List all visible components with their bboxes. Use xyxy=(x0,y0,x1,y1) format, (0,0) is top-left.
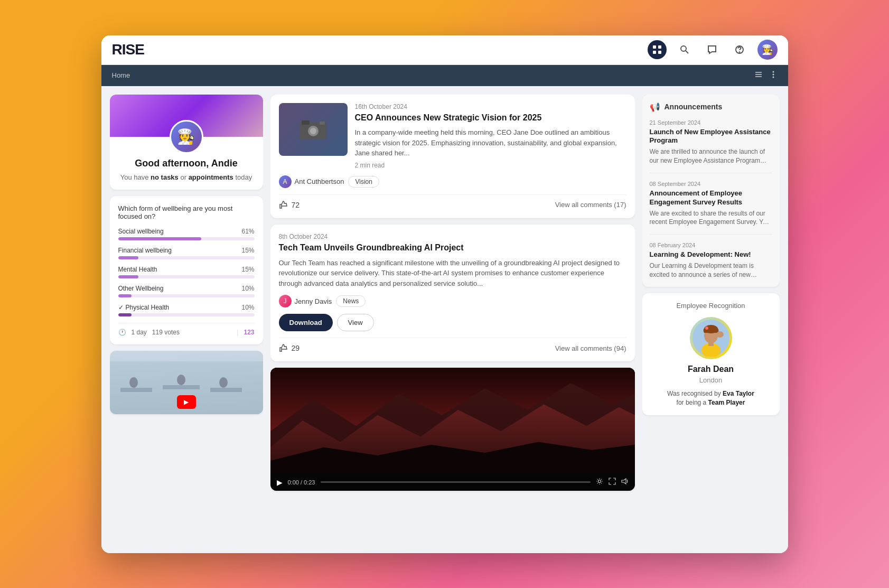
fullscreen-icon[interactable] xyxy=(609,478,616,487)
video-card: ▶ 0:00 / 0:23 xyxy=(270,368,635,491)
camera-illustration xyxy=(297,116,329,143)
user-avatar-header[interactable]: 🧑‍🍳 xyxy=(757,40,778,60)
tag-vision[interactable]: Vision xyxy=(348,176,379,188)
poll-footer: 🕐 1 day 119 votes | 123 xyxy=(118,323,255,336)
svg-rect-26 xyxy=(320,122,325,125)
poll-bar-bg-financial xyxy=(118,256,255,259)
svg-rect-0 xyxy=(653,45,656,49)
list-icon[interactable] xyxy=(754,70,763,81)
announcements-title: Announcements xyxy=(665,102,723,111)
poll-option-mental[interactable]: Mental Health 15% xyxy=(118,266,255,278)
header: RISE xyxy=(101,35,788,65)
poll-bar-bg-social xyxy=(118,237,255,240)
svg-rect-16 xyxy=(120,388,152,392)
post-card-2: 8th October 2024 Tech Team Unveils Groun… xyxy=(270,225,635,361)
search-icon-button[interactable] xyxy=(675,40,694,59)
ann-date-3: 08 February 2024 xyxy=(650,242,772,248)
post-excerpt-1: In a company-wide meeting held this morn… xyxy=(355,127,626,158)
author-name-2: Jenny Davis xyxy=(295,297,332,305)
option-name-social: Social wellbeing xyxy=(118,228,164,235)
announcement-item-1[interactable]: 21 September 2024 Launch of New Employee… xyxy=(650,119,772,173)
thumbs-up-icon-2 xyxy=(279,343,288,353)
option-name-other: Other Wellbeing xyxy=(118,285,164,292)
status-text: You have xyxy=(120,173,151,181)
volume-icon[interactable] xyxy=(621,478,629,487)
like-button-1[interactable]: 72 xyxy=(279,200,300,210)
play-button[interactable]: ▶ xyxy=(277,478,283,487)
help-icon-button[interactable] xyxy=(730,40,749,59)
svg-line-5 xyxy=(686,51,688,53)
settings-icon[interactable] xyxy=(596,478,603,487)
download-button[interactable]: Download xyxy=(279,314,333,331)
profile-banner: 🧑‍🍳 xyxy=(110,95,263,137)
or-text: or xyxy=(179,173,189,181)
office-image-card: ▶ xyxy=(110,351,263,414)
svg-point-38 xyxy=(716,331,724,338)
svg-point-4 xyxy=(681,46,686,51)
svg-rect-18 xyxy=(210,388,242,392)
ann-title-1: Launch of New Employee Assistance Progra… xyxy=(650,128,772,146)
post-title-2: Tech Team Unveils Groundbreaking AI Proj… xyxy=(279,242,626,254)
center-feed: 16th October 2024 CEO Announces New Stra… xyxy=(270,95,635,545)
post-actions-1: 72 View all comments (17) xyxy=(279,194,626,210)
megaphone-icon: 📢 xyxy=(650,102,660,112)
svg-point-13 xyxy=(772,76,774,78)
post-card-1: 16th October 2024 CEO Announces New Stra… xyxy=(270,95,635,218)
like-button-2[interactable]: 29 xyxy=(279,343,300,353)
poll-option-physical[interactable]: ✓ Physical Health 10% xyxy=(118,304,255,316)
appointments-text: appointments xyxy=(189,173,233,181)
logo: RISE xyxy=(112,41,144,58)
poll-option-financial[interactable]: Financial wellbeing 15% xyxy=(118,247,255,259)
post-read-time-1: 2 min read xyxy=(355,162,626,169)
clock-icon: 🕐 xyxy=(118,329,126,336)
recognition-location: London xyxy=(651,376,771,384)
like-count-2: 29 xyxy=(292,344,300,352)
more-options-icon[interactable] xyxy=(769,70,778,81)
farah-avatar-illustration xyxy=(693,320,729,357)
grid-icon-button[interactable] xyxy=(648,40,667,59)
recognition-avatar xyxy=(690,317,732,359)
poll-bar-fill-financial xyxy=(118,256,139,259)
comments-link-2[interactable]: View all comments (94) xyxy=(555,344,626,352)
announcements-header: 📢 Announcements xyxy=(650,102,772,112)
announcements-card: 📢 Announcements 21 September 2024 Launch… xyxy=(642,95,780,287)
post-actions-2: 29 View all comments (94) xyxy=(279,338,626,353)
poll-bar-fill-other xyxy=(118,294,132,297)
profile-name: Good afternoon, Andie xyxy=(118,158,255,169)
ann-excerpt-2: We are excited to share the results of o… xyxy=(650,209,772,227)
right-sidebar: 📢 Announcements 21 September 2024 Launch… xyxy=(642,95,780,545)
svg-point-20 xyxy=(177,375,185,385)
recognized-by-label: Was recognised by xyxy=(667,390,721,397)
recognized-by-name: Eva Taylor xyxy=(723,390,754,397)
poll-card: Which form of wellbeing are you most foc… xyxy=(110,196,263,344)
poll-bar-fill-social xyxy=(118,237,201,240)
poll-bar-fill-physical xyxy=(118,313,132,316)
video-progress-bar[interactable] xyxy=(321,481,591,483)
announcement-item-2[interactable]: 08 September 2024 Announcement of Employ… xyxy=(650,181,772,235)
video-controls: ▶ 0:00 / 0:23 xyxy=(270,473,635,491)
author-avatar-2: J xyxy=(279,295,292,307)
youtube-icon[interactable]: ▶ xyxy=(177,395,196,409)
poll-option-other[interactable]: Other Wellbeing 10% xyxy=(118,285,255,297)
mountains-illustration xyxy=(270,368,635,473)
tag-news[interactable]: News xyxy=(336,295,366,307)
svg-point-31 xyxy=(598,480,601,483)
chat-icon-button[interactable] xyxy=(703,40,722,59)
svg-rect-15 xyxy=(110,351,263,361)
ann-excerpt-3: Our Learning & Development team is excit… xyxy=(650,262,772,279)
main-content: 🧑‍🍳 Good afternoon, Andie You have no ta… xyxy=(101,86,788,553)
post-top-2: 8th October 2024 Tech Team Unveils Groun… xyxy=(279,233,626,288)
poll-bar-bg-physical xyxy=(118,313,255,316)
poll-option-social[interactable]: Social wellbeing 61% xyxy=(118,228,255,240)
nav-home-link[interactable]: Home xyxy=(112,71,130,79)
recognition-card: Employee Recognition xyxy=(642,293,780,416)
poll-question: Which form of wellbeing are you most foc… xyxy=(118,204,255,220)
view-button[interactable]: View xyxy=(337,314,374,331)
svg-marker-32 xyxy=(622,479,626,484)
announcement-item-3[interactable]: 08 February 2024 Learning & Development:… xyxy=(650,242,772,279)
comments-link-1[interactable]: View all comments (17) xyxy=(555,201,626,209)
ann-date-2: 08 September 2024 xyxy=(650,181,772,187)
ann-title-3: Learning & Development: New! xyxy=(650,250,772,259)
recognition-text: Was recognised by Eva Taylor for being a… xyxy=(651,389,771,407)
post-buttons-2: Download View xyxy=(279,314,626,331)
